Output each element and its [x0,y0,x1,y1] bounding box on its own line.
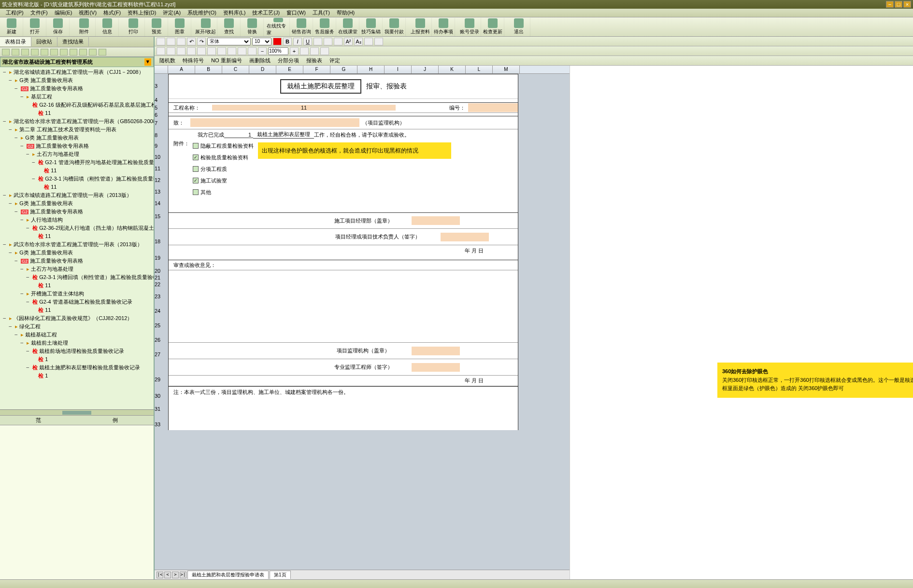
row-header[interactable]: 26 [155,333,168,347]
col-header[interactable]: H [357,66,385,73]
next-tab-icon[interactable]: > [172,572,179,578]
mini-btn[interactable] [12,49,19,56]
tree-node[interactable]: − ▸ 武汉市城镇道路工程施工管理统一用表（2013版） [1,191,153,199]
maximize-icon[interactable]: □ [895,1,902,8]
paste-icon[interactable] [177,38,185,45]
checkbox-icon[interactable] [193,143,199,149]
tree-scrollbar[interactable] [0,409,154,415]
to-value[interactable] [190,118,359,127]
tree-node[interactable]: 检 1 [1,355,153,364]
tree-node[interactable]: − G2 施工质量验收专用表格 [1,142,153,150]
close-icon[interactable]: × [903,1,911,8]
toolbar3-button[interactable]: NO 重新编号 [208,57,245,64]
tree-node[interactable]: − G2 施工质量验收专用表格 [1,257,153,265]
tb2-btn[interactable] [177,47,185,55]
border-icon[interactable] [364,38,373,45]
tree-node[interactable]: − 检 栽植前场地清理检验批质量验收记录 [1,347,153,355]
col-header[interactable]: M [493,66,520,73]
menu-item[interactable]: 窗口(W) [284,9,309,17]
tb2-btn[interactable] [187,47,196,55]
checkbox-icon[interactable] [193,154,199,160]
row-header[interactable]: 14 [155,197,168,209]
sheet-body[interactable]: 3456789101112131415181920212223242526272… [155,74,570,570]
zoom-input[interactable] [268,47,288,55]
tree-node[interactable]: − ▸ G类 施工质量验收用表 [1,249,153,257]
mini-btn[interactable] [99,49,106,56]
col-header[interactable]: C [222,66,249,73]
row-header[interactable]: 15 [155,209,168,224]
menu-item[interactable]: 帮助(H) [334,9,357,17]
row-header[interactable]: 27 [155,347,168,362]
row-header[interactable] [155,414,168,419]
checkbox-icon[interactable] [193,166,199,172]
row-header[interactable] [155,224,168,233]
tree-node[interactable]: − 检 G2-1 管道沟槽开挖与地基处理施工检验批质量验收 [1,158,153,167]
code-value[interactable] [468,103,518,112]
toolbar-button[interactable]: 检查更新 [481,18,504,36]
row-header[interactable] [155,362,168,371]
row-header[interactable]: 31 [155,404,168,414]
bold-icon[interactable]: B [283,38,292,45]
mini-btn[interactable] [21,49,29,56]
col-header[interactable]: A [168,66,195,73]
checkbox-icon[interactable] [193,178,199,183]
tree-node[interactable]: − 检 G2-36-2现浇人行地道（挡土墙）结构钢筋混凝土侧墙 [1,224,153,232]
mini-btn[interactable] [50,49,58,56]
tb2-btn[interactable] [320,47,329,55]
sig-value[interactable] [441,233,489,241]
color-icon[interactable] [273,38,282,45]
row-header[interactable]: 11 [155,163,168,174]
row-header[interactable]: 25 [155,318,168,333]
tb2-btn[interactable] [207,47,216,55]
left-tab[interactable]: 表格目录 [0,37,31,46]
toolbar-button[interactable]: 我要付款 [383,18,406,36]
menu-item[interactable]: 文件(F) [28,9,51,17]
toolbar-button[interactable]: 待办事项 [432,18,455,36]
tb2-btn[interactable] [310,47,319,55]
tree-node[interactable]: 检 11 [1,109,153,117]
menu-item[interactable]: 资料库(L) [220,9,248,17]
underline-icon[interactable]: U [303,38,312,45]
toolbar-button[interactable]: 附件 [72,18,96,36]
tree-node[interactable]: − ▸ 人行地道结构 [1,216,153,224]
proj-value[interactable]: 11 [212,105,396,111]
col-header[interactable]: E [276,66,303,73]
toolbar-button[interactable]: 展开/收起 [194,18,217,36]
tree-node[interactable]: 检 1 [1,372,153,380]
zoom-out-icon[interactable]: − [258,47,267,55]
tree-node[interactable]: 检 11 [1,232,153,240]
fanli-bar[interactable]: 范 例 [0,415,154,425]
row-header[interactable]: 19 [155,250,168,266]
menu-item[interactable]: 技术工艺(J) [249,9,283,17]
col-header[interactable]: K [439,66,466,73]
row-header[interactable]: 9 [155,140,168,151]
mini-btn[interactable] [2,49,10,56]
collapse-icon[interactable]: ▾ [144,58,151,66]
tree-node[interactable]: 检 11 [1,281,153,290]
tree-node[interactable]: − ▸ 开槽施工管道主体结构 [1,290,153,298]
menu-item[interactable]: 编辑(E) [52,9,75,17]
tb2-btn[interactable] [167,47,175,55]
menu-item[interactable]: 视图(V) [76,9,100,17]
align-right-icon[interactable] [334,38,342,45]
col-header[interactable]: L [466,66,493,73]
cut-icon[interactable] [157,38,165,45]
toolbar-button[interactable]: 在线找专家 [267,18,290,36]
mini-btn[interactable] [70,49,77,56]
tree-node[interactable]: − ▸ 绿化工程 [1,322,153,331]
tree-node[interactable]: − ▸ 栽植前土壤处理 [1,339,153,347]
tree-node[interactable]: 检 G2-16 级配碎石及级配碎砾石基层及底基层施工检验批质 [1,101,153,109]
menu-item[interactable]: 工具(T) [310,9,333,17]
sig-value[interactable] [412,363,460,372]
toolbar-button[interactable]: 打印 [122,18,145,36]
row-header[interactable]: 30 [155,388,168,404]
row-header[interactable]: 18 [155,233,168,250]
menu-item[interactable]: 工程(P) [3,9,27,17]
toolbar3-button[interactable]: 评定 [327,57,343,64]
tb2-btn[interactable] [300,47,309,55]
sheet-tab[interactable]: 栽植土施肥和表层整理报验申请表 [187,571,269,579]
tree-node[interactable]: − 检 G2-3-1 沟槽回填（刚性管道）施工检验批质量验收记录 [1,273,153,281]
tree-node[interactable]: − ▸ 湖北省给水排水管道工程施工管理统一用表（GB50268-2008） [1,117,153,126]
menu-item[interactable]: 系统维护(O) [185,9,219,17]
left-tab[interactable]: 查找结果 [57,37,89,46]
